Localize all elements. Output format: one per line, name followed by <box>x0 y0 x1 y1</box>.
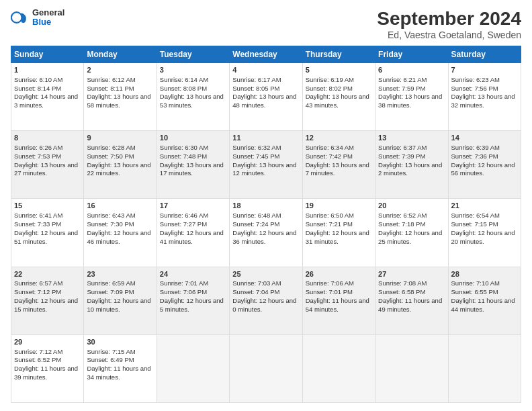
header-row: Sunday Monday Tuesday Wednesday Thursday… <box>11 46 521 63</box>
sunset-text: Sunset: 7:59 PM <box>378 85 425 92</box>
sunset-text: Sunset: 7:04 PM <box>232 288 279 295</box>
day-number: 24 <box>160 269 226 279</box>
sunrise-text: Sunrise: 6:32 AM <box>232 144 281 151</box>
sunset-text: Sunset: 8:02 PM <box>306 85 353 92</box>
table-row <box>157 334 229 402</box>
sunrise-text: Sunrise: 6:10 AM <box>14 76 62 83</box>
sunset-text: Sunset: 7:21 PM <box>306 220 353 228</box>
sunset-text: Sunset: 7:48 PM <box>160 152 207 160</box>
page: General Blue September 2024 Ed, Vaestra … <box>0 0 532 411</box>
table-row: 10Sunrise: 6:30 AMSunset: 7:48 PMDayligh… <box>157 131 229 199</box>
sunset-text: Sunset: 7:30 PM <box>87 220 134 228</box>
table-row: 30Sunrise: 7:15 AMSunset: 6:49 PMDayligh… <box>84 334 157 402</box>
sunrise-text: Sunrise: 6:34 AM <box>306 144 354 151</box>
table-row: 19Sunrise: 6:50 AMSunset: 7:21 PMDayligh… <box>302 199 375 267</box>
daylight-text: Daylight: 13 hours and 7 minutes. <box>306 161 369 177</box>
sunrise-text: Sunrise: 7:08 AM <box>378 279 427 287</box>
day-number: 9 <box>87 133 153 143</box>
day-number: 25 <box>232 269 299 279</box>
sunset-text: Sunset: 8:08 PM <box>160 85 207 92</box>
table-row: 6Sunrise: 6:21 AMSunset: 7:59 PMDaylight… <box>375 63 448 131</box>
daylight-text: Daylight: 14 hours and 3 minutes. <box>14 93 78 109</box>
sunset-text: Sunset: 6:58 PM <box>378 288 425 295</box>
logo: General Blue <box>11 8 64 28</box>
col-friday: Friday <box>375 46 448 63</box>
sunrise-text: Sunrise: 6:48 AM <box>232 212 281 219</box>
sunrise-text: Sunrise: 6:12 AM <box>87 76 135 83</box>
calendar-week-row: 29Sunrise: 7:12 AMSunset: 6:52 PMDayligh… <box>11 334 521 402</box>
daylight-text: Daylight: 12 hours and 5 minutes. <box>160 297 224 313</box>
table-row: 14Sunrise: 6:39 AMSunset: 7:36 PMDayligh… <box>448 131 521 199</box>
calendar-week-row: 1Sunrise: 6:10 AMSunset: 8:14 PMDaylight… <box>11 63 521 131</box>
table-row: 22Sunrise: 6:57 AMSunset: 7:12 PMDayligh… <box>11 267 84 334</box>
logo-line1: General <box>32 8 64 17</box>
table-row: 23Sunrise: 6:59 AMSunset: 7:09 PMDayligh… <box>84 267 157 334</box>
sunset-text: Sunset: 7:12 PM <box>14 288 61 295</box>
calendar-week-row: 15Sunrise: 6:41 AMSunset: 7:33 PMDayligh… <box>11 199 521 267</box>
table-row: 8Sunrise: 6:26 AMSunset: 7:53 PMDaylight… <box>11 131 84 199</box>
table-row <box>448 334 521 402</box>
table-row: 2Sunrise: 6:12 AMSunset: 8:11 PMDaylight… <box>84 63 157 131</box>
sunset-text: Sunset: 8:14 PM <box>14 85 61 92</box>
calendar-week-row: 8Sunrise: 6:26 AMSunset: 7:53 PMDaylight… <box>11 131 521 199</box>
daylight-text: Daylight: 13 hours and 53 minutes. <box>160 93 224 109</box>
daylight-text: Daylight: 12 hours and 41 minutes. <box>160 229 224 245</box>
day-number: 15 <box>14 201 81 211</box>
table-row: 27Sunrise: 7:08 AMSunset: 6:58 PMDayligh… <box>375 267 448 334</box>
table-row: 15Sunrise: 6:41 AMSunset: 7:33 PMDayligh… <box>11 199 84 267</box>
sunrise-text: Sunrise: 6:46 AM <box>160 212 208 219</box>
sunrise-text: Sunrise: 7:03 AM <box>232 279 281 287</box>
daylight-text: Daylight: 13 hours and 27 minutes. <box>14 161 78 177</box>
daylight-text: Daylight: 13 hours and 17 minutes. <box>160 161 224 177</box>
calendar-subtitle: Ed, Vaestra Goetaland, Sweden <box>377 30 521 40</box>
day-number: 10 <box>160 133 226 143</box>
daylight-text: Daylight: 12 hours and 51 minutes. <box>14 229 78 245</box>
sunset-text: Sunset: 8:11 PM <box>87 85 134 92</box>
sunrise-text: Sunrise: 7:10 AM <box>451 279 500 287</box>
sunset-text: Sunset: 7:24 PM <box>232 220 279 228</box>
col-monday: Monday <box>84 46 157 63</box>
col-thursday: Thursday <box>302 46 375 63</box>
daylight-text: Daylight: 12 hours and 25 minutes. <box>378 229 442 245</box>
sunset-text: Sunset: 7:33 PM <box>14 220 61 228</box>
daylight-text: Daylight: 12 hours and 0 minutes. <box>232 297 296 313</box>
logo-icon <box>11 8 30 27</box>
sunset-text: Sunset: 6:55 PM <box>451 288 498 295</box>
daylight-text: Daylight: 13 hours and 58 minutes. <box>87 93 150 109</box>
daylight-text: Daylight: 12 hours and 31 minutes. <box>306 229 369 245</box>
table-row <box>302 334 375 402</box>
table-row: 12Sunrise: 6:34 AMSunset: 7:42 PMDayligh… <box>302 131 375 199</box>
sunrise-text: Sunrise: 6:21 AM <box>378 76 427 83</box>
col-sunday: Sunday <box>11 46 84 63</box>
day-number: 17 <box>160 201 226 211</box>
table-row: 29Sunrise: 7:12 AMSunset: 6:52 PMDayligh… <box>11 334 84 402</box>
sunrise-text: Sunrise: 6:50 AM <box>306 212 354 219</box>
logo-text: General Blue <box>32 8 64 28</box>
sunrise-text: Sunrise: 7:01 AM <box>160 279 208 287</box>
table-row: 25Sunrise: 7:03 AMSunset: 7:04 PMDayligh… <box>230 267 302 334</box>
table-row: 9Sunrise: 6:28 AMSunset: 7:50 PMDaylight… <box>84 131 157 199</box>
table-row: 24Sunrise: 7:01 AMSunset: 7:06 PMDayligh… <box>157 267 229 334</box>
sunset-text: Sunset: 7:18 PM <box>378 220 425 228</box>
col-wednesday: Wednesday <box>230 46 302 63</box>
table-row: 11Sunrise: 6:32 AMSunset: 7:45 PMDayligh… <box>230 131 302 199</box>
sunset-text: Sunset: 6:49 PM <box>87 356 134 363</box>
sunset-text: Sunset: 8:05 PM <box>232 85 279 92</box>
day-number: 20 <box>378 201 445 211</box>
day-number: 30 <box>87 337 153 347</box>
sunrise-text: Sunrise: 6:39 AM <box>451 144 500 151</box>
sunset-text: Sunset: 7:42 PM <box>306 152 353 160</box>
daylight-text: Daylight: 13 hours and 38 minutes. <box>378 93 442 109</box>
col-saturday: Saturday <box>448 46 521 63</box>
sunset-text: Sunset: 7:06 PM <box>160 288 207 295</box>
daylight-text: Daylight: 13 hours and 2 minutes. <box>378 161 442 177</box>
sunrise-text: Sunrise: 6:19 AM <box>306 76 354 83</box>
title-section: September 2024 Ed, Vaestra Goetaland, Sw… <box>377 8 521 40</box>
sunrise-text: Sunrise: 7:12 AM <box>14 348 62 355</box>
day-number: 2 <box>87 65 153 75</box>
sunset-text: Sunset: 7:09 PM <box>87 288 134 295</box>
calendar-week-row: 22Sunrise: 6:57 AMSunset: 7:12 PMDayligh… <box>11 267 521 334</box>
day-number: 19 <box>306 201 372 211</box>
sunrise-text: Sunrise: 7:06 AM <box>306 279 354 287</box>
daylight-text: Daylight: 12 hours and 46 minutes. <box>87 229 150 245</box>
